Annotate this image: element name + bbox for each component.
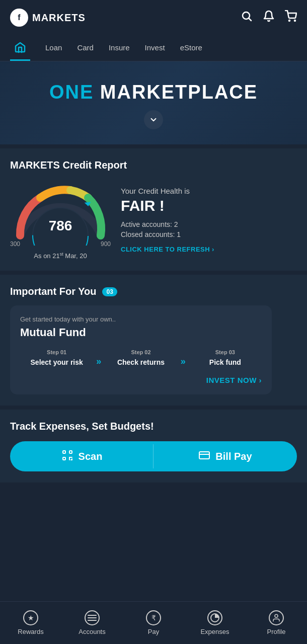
scan-icon (61, 449, 73, 464)
hero-marketplace: MARKETPLACE (100, 82, 258, 103)
expenses-icon (207, 610, 222, 625)
pay-icon: ₹ (146, 610, 161, 625)
accounts-icon (85, 610, 100, 625)
svg-line-1 (249, 19, 251, 21)
svg-text:786: 786 (49, 218, 72, 233)
bill-pay-button[interactable]: Bill Pay (154, 441, 297, 471)
expenses-label: Expenses (200, 628, 229, 635)
bottom-nav-profile[interactable]: Profile (246, 602, 307, 644)
credit-info: Your Credit Health is FAIR ! Active acco… (121, 187, 297, 253)
credit-refresh-button[interactable]: CLICK HERE TO REFRESH › (121, 246, 297, 253)
rewards-label: Rewards (18, 628, 43, 635)
step-1-label: Select your risk (31, 358, 83, 366)
credit-report-section: MARKETS Credit Report (0, 148, 307, 271)
cart-icon[interactable] (285, 10, 297, 25)
main-nav: Loan Card Insure Invest eStore (0, 35, 307, 61)
refresh-arrow: › (212, 246, 214, 253)
invest-now-button[interactable]: INVEST NOW › (20, 376, 262, 384)
credit-health-value: FAIR ! (121, 197, 297, 214)
card-subtitle: Get started today with your own.. (20, 315, 262, 323)
gauge-wrapper: 786 300 900 As on 21st Mar, 20 (10, 180, 111, 260)
track-title: Track Expenses, Set Budgets! (10, 421, 297, 432)
nav-invest[interactable]: Invest (145, 36, 165, 61)
pay-label: Pay (148, 628, 159, 635)
bottom-nav-expenses[interactable]: Expenses (184, 602, 246, 644)
step-3-label: Pick fund (209, 358, 241, 366)
bill-pay-icon (198, 449, 210, 464)
bell-icon[interactable] (263, 10, 275, 25)
bottom-nav-accounts[interactable]: Accounts (61, 602, 123, 644)
important-header: Important For You 03 (10, 286, 297, 297)
content-area: ONE MARKETPLACE MARKETS Credit Report (0, 61, 307, 537)
closed-accounts: Closed accounts: 1 (121, 230, 297, 238)
track-section: Track Expenses, Set Budgets! Scan (0, 410, 307, 482)
important-title: Important For You (10, 286, 96, 297)
logo-icon: f (10, 9, 28, 27)
step-arrow-2: » (178, 356, 189, 367)
svg-rect-15 (199, 452, 209, 459)
scan-button[interactable]: Scan (10, 441, 154, 471)
hero-chevron[interactable] (144, 110, 163, 129)
logo[interactable]: f MARKETS (10, 9, 86, 27)
hero-text: ONE MARKETPLACE (49, 82, 258, 103)
active-accounts: Active accounts: 2 (121, 220, 297, 228)
bottom-nav: ★ Rewards Accounts ₹ Pay Expenses (0, 601, 307, 644)
gauge-date: As on 21st Mar, 20 (34, 252, 87, 260)
card-scroll: Get started today with your own.. Mutual… (10, 305, 297, 394)
header: f MARKETS (0, 0, 307, 35)
nav-estore[interactable]: eStore (180, 36, 202, 61)
nav-card[interactable]: Card (77, 36, 94, 61)
steps-row: Step 01 Select your risk » Step 02 Check… (20, 349, 262, 367)
bottom-nav-pay[interactable]: ₹ Pay (123, 602, 184, 644)
bill-pay-label: Bill Pay (215, 451, 252, 462)
svg-point-3 (294, 20, 295, 21)
svg-point-21 (275, 614, 278, 617)
step-2: Step 02 Check returns (104, 349, 177, 366)
step-3-num: Step 03 (215, 349, 235, 355)
credit-container: 786 300 900 As on 21st Mar, 20 Your Cred… (10, 180, 297, 260)
header-icons (241, 10, 297, 25)
nav-home[interactable] (10, 35, 30, 61)
hero-banner: ONE MARKETPLACE (0, 61, 307, 144)
step-3: Step 03 Pick fund (189, 349, 262, 366)
search-icon[interactable] (241, 10, 253, 25)
profile-label: Profile (267, 628, 286, 635)
gauge-chart: 786 (10, 180, 111, 246)
credit-report-title: MARKETS Credit Report (10, 159, 297, 171)
step-1: Step 01 Select your risk (20, 349, 93, 366)
mutual-fund-card[interactable]: Get started today with your own.. Mutual… (10, 305, 272, 394)
accounts-label: Accounts (79, 628, 105, 635)
credit-health-label: Your Credit Health is (121, 187, 297, 195)
scan-bill-buttons: Scan Bill Pay (10, 441, 297, 471)
bottom-nav-rewards[interactable]: ★ Rewards (0, 602, 61, 644)
step-1-num: Step 01 (47, 349, 66, 355)
svg-rect-9 (69, 451, 72, 453)
important-badge: 03 (102, 287, 117, 296)
nav-insure[interactable]: Insure (109, 36, 130, 61)
svg-point-2 (289, 20, 290, 21)
step-arrow-1: » (93, 356, 104, 367)
rewards-icon: ★ (23, 610, 38, 625)
svg-rect-10 (63, 457, 65, 460)
step-2-num: Step 02 (131, 349, 150, 355)
hero-one: ONE (49, 82, 94, 103)
profile-icon (269, 610, 284, 625)
step-2-label: Check returns (117, 358, 165, 366)
logo-text: MARKETS (32, 12, 86, 24)
important-section: Important For You 03 Get started today w… (0, 275, 307, 406)
nav-loan[interactable]: Loan (45, 36, 62, 61)
card-title: Mutual Fund (20, 326, 262, 339)
svg-rect-8 (63, 451, 65, 453)
scan-label: Scan (79, 451, 103, 462)
